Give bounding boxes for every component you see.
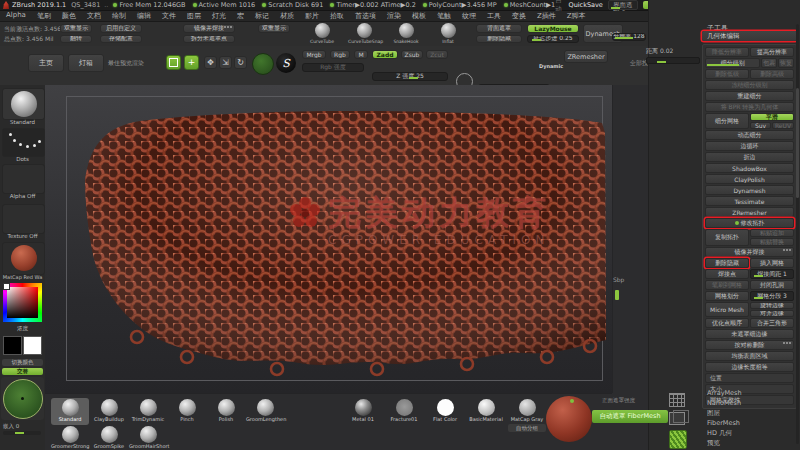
sdiv-slider[interactable]: 细分级别 [705,58,760,68]
suv-toggle[interactable]: Suv [750,122,771,129]
menu-item-21[interactable]: Z插件 [537,11,556,21]
move-mode-button[interactable]: ✥ [204,56,217,69]
draw-mode-button[interactable]: + [184,55,199,70]
subpalette-header-5[interactable]: 预览 [702,438,797,448]
brush-tile-groomhairshort[interactable]: GroomHairShort [129,425,167,450]
menu-item-11[interactable]: 材质 [280,11,294,21]
geo-btn-10[interactable]: ShadowBox [705,163,794,173]
menu-item-2[interactable]: 颜色 [62,11,76,21]
menu-item-15[interactable]: 渲染 [387,11,401,21]
menu-item-6[interactable]: 文件 [162,11,176,21]
gyro-widget[interactable] [1,377,44,420]
geo-btn-23-r[interactable]: 合并三角形 [750,318,794,328]
geo-btn-5[interactable]: 将 BPR 转换为几何体 [705,102,794,112]
menu-item-16[interactable]: 模板 [412,11,426,21]
geo-btn-27[interactable]: 边缘长度相等 [705,362,794,372]
subpalette-header-0[interactable]: ArrayMesh [702,388,797,398]
geo-btn-23-l[interactable]: 优化点顺序 [705,318,749,328]
zsub-button[interactable]: Zsub [401,50,423,59]
copy-opt-b[interactable]: 粘贴替换 [750,238,794,246]
geo-btn-17[interactable]: 镜像并焊接 [705,247,794,257]
menu-item-10[interactable]: 标记 [255,11,269,21]
menu-item-19[interactable]: 工具 [487,11,501,21]
menu-item-1[interactable]: 笔刷 [37,11,51,21]
menu-item-12[interactable]: 影片 [305,11,319,21]
geo-btn-24[interactable]: 未遮罩细边缘 [705,329,794,339]
material-tile-2[interactable]: Flat Color [426,398,464,425]
geo-btn-9[interactable]: 折边 [705,152,794,162]
brush-tile-polish[interactable]: Polish [207,398,245,425]
fibermesh-brush-icon[interactable] [669,430,687,449]
geo-btn-4[interactable]: 重建细分 [705,91,794,101]
current-stroke-tile[interactable] [2,128,45,157]
geo-btn-19-r[interactable]: 焊接间距 1 [750,269,794,279]
menu-item-0[interactable]: Alpha [6,11,26,21]
geo-btn-12[interactable]: Dynamesh [705,185,794,195]
material-tile-3[interactable]: BasicMaterial [467,398,505,425]
geo-btn-2-r[interactable]: 删除高级 [750,69,794,79]
del-hidden-shelf-button[interactable]: 删除隐藏 [476,35,522,44]
double-display2-button[interactable]: 双重显示 [258,24,290,33]
geo-btn-7[interactable]: 动态细分 [705,130,794,140]
geo-btn-18-l[interactable]: 删除隐藏 [705,258,749,268]
menu-item-18[interactable]: 纹理 [462,11,476,21]
lazymouse-button[interactable]: LazyMouse [527,24,579,33]
ui-transparency-slider[interactable]: 界面透明 0 [608,0,639,10]
geo-btn-13[interactable]: Tessimate [705,196,794,206]
menu-item-17[interactable]: 笔触 [437,11,451,21]
alternate-button[interactable]: 交替 [2,368,43,375]
embed-slider[interactable] [3,431,41,435]
micro-opt-a[interactable]: 旋转边缘 [750,302,794,309]
sbp-toggle[interactable]: Sbp [613,276,624,283]
menu-item-4[interactable]: 绘制 [112,11,126,21]
subpalette-header-3[interactable]: FiberMesh [702,418,797,428]
material-tile-4[interactable]: MatCap Gray [508,398,546,425]
lightbox-button[interactable]: 灯箱 [68,54,104,72]
reuv-toggle[interactable]: ReUV [772,122,794,129]
menu-item-5[interactable]: 编辑 [137,11,151,21]
restore-button[interactable]: 恢复 [778,58,794,68]
current-brush-tile[interactable] [2,88,45,120]
geo-btn-3[interactable]: 冻结细分级别 [705,80,794,90]
geo-btn-25[interactable]: 按对称删除 [705,340,794,350]
subpalette-header-4[interactable]: HD 几何 [702,428,797,438]
resolution-slider[interactable]: 分辨率 128 [612,33,646,42]
dist-slider[interactable] [646,57,700,64]
saturation-value-square[interactable] [7,287,38,318]
rgb-intensity-slider[interactable]: Rgb 强度 [302,63,364,72]
menu-item-3[interactable]: 文档 [87,11,101,21]
mrgb-button[interactable]: Mrgb [302,50,326,59]
secondary-color-swatch[interactable] [23,336,42,355]
brush-tile-groomspike[interactable]: GroomSpike [90,425,128,450]
enable-custom-button[interactable]: 启用自定义 [100,24,142,33]
edit-mode-button[interactable] [166,55,181,70]
geo-btn-21-l[interactable]: 网格划分 [705,291,749,301]
shelf-brush-inflat[interactable]: Inflat [432,23,464,44]
layers-icon[interactable] [669,412,685,425]
sculptris-pro-button[interactable]: S [276,53,296,73]
rotate-mode-button[interactable]: ↻ [234,56,247,69]
scale-mode-button[interactable]: ⇲ [219,56,232,69]
m-button[interactable]: M [354,50,368,59]
brush-tile-standard[interactable]: Standard [51,398,89,425]
lazy-step-slider[interactable]: 延迟步进 0.25 [527,35,579,44]
flip-button[interactable]: 翻转 [60,35,92,44]
grid-icon[interactable] [669,393,685,407]
main-color-swatch[interactable] [3,336,22,355]
brush-tile-claybuildup[interactable]: ClayBuildup [90,398,128,425]
menu-item-20[interactable]: 变换 [512,11,526,21]
backface-mask-button[interactable]: 背面遮罩 [476,24,522,33]
document-canvas[interactable]: 完美动力教育 CGPOWER EDUCATION [45,85,612,393]
material-tile-1[interactable]: Fracture01 [385,398,423,425]
geo-btn-20-r[interactable]: 封闭孔洞 [750,280,794,290]
bpr-button[interactable]: 最佳预览渲染 [108,59,162,68]
split-unmasked-button[interactable]: 拆分未遮罩点 [183,35,235,44]
geo-btn-21-r[interactable]: 网格分段 3 [750,291,794,301]
current-material-tile[interactable] [2,242,45,275]
zadd-button[interactable]: Zadd [372,50,398,59]
copy-button[interactable]: 复制拓扑 [705,229,749,246]
zremesher-shelf-button[interactable]: ZRemesher [564,50,608,63]
brush-tile-pinch[interactable]: Pinch [168,398,206,425]
double-display-button[interactable]: 双重显示 [60,24,92,33]
geo-btn-26[interactable]: 均衡表面区域 [705,351,794,361]
